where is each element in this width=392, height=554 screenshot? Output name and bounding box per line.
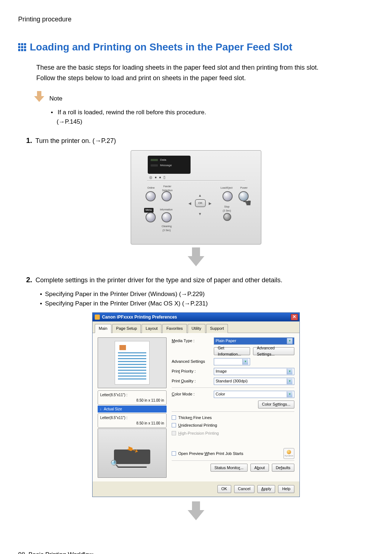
svg-marker-2 — [188, 501, 204, 520]
grid-icon — [18, 43, 26, 51]
panel-loadeject-label: Load/Eject — [218, 186, 235, 190]
actual-size-label: Actual Size — [104, 406, 122, 412]
panel-info-button — [162, 212, 172, 222]
panel-lcd-data-label: Data — [160, 158, 166, 162]
note-arrow-icon — [33, 91, 46, 106]
step-2-text: Complete settings in the printer driver … — [36, 276, 282, 284]
footer-section-name: Basic Printing Workflow — [28, 551, 93, 554]
tab-layout[interactable]: Layout — [142, 324, 162, 333]
step-2-bullet-1: •Specifying Paper in the Printer Driver … — [40, 290, 374, 299]
advanced-settings-label: Advanced Settings — [172, 358, 212, 365]
step-1-text: Turn the printer on. (→P.27) — [35, 137, 116, 144]
chevron-down-icon — [287, 378, 293, 384]
unidirectional-printing-checkbox[interactable] — [172, 423, 176, 427]
svg-marker-0 — [34, 91, 44, 102]
chevron-down-icon — [287, 369, 293, 374]
open-preview-checkbox[interactable] — [172, 451, 176, 456]
thicken-fine-lines-label: Thicken Fine Lines — [178, 415, 212, 421]
chevron-down-icon — [242, 359, 248, 365]
panel-indicators: ◎●●▯ — [149, 175, 166, 180]
panel-online-button — [146, 191, 156, 201]
cancel-button[interactable]: Cancel — [234, 485, 254, 493]
media-type-combo[interactable]: Plain Paper — [214, 337, 294, 345]
panel-feeder-button — [162, 191, 172, 201]
color-mode-value: Color — [216, 391, 225, 397]
tab-utility[interactable]: Utility — [188, 324, 205, 333]
panel-menu-button — [146, 212, 156, 222]
about-button[interactable]: About — [250, 464, 269, 472]
down-arrow-icon — [187, 247, 205, 267]
down-arrow-icon — [187, 501, 205, 521]
high-precision-printing-checkbox — [172, 431, 176, 435]
panel-stop-button — [223, 213, 231, 221]
color-mode-label: Color Mode : — [172, 391, 212, 397]
color-mode-combo[interactable]: Color — [214, 391, 294, 398]
dialog-title: Canon iPFxxxx Printing Preferences — [102, 314, 177, 320]
advanced-settings-button[interactable]: Advanced Settings... — [253, 347, 294, 355]
status-monitor-button[interactable]: Status Monitor... — [211, 464, 248, 472]
page-footer: 98 Basic Printing Workflow — [18, 550, 374, 554]
help-button[interactable]: Help — [278, 485, 294, 493]
note-block: Note • If a roll is loaded, rewind the r… — [33, 91, 374, 126]
svg-marker-1 — [188, 247, 204, 266]
dialog-left-column: Letter(8.5"x11") : 8.50 in x 11.00 in ↓ … — [98, 337, 167, 478]
letter-dim-2: 8.50 in x 11.00 in — [100, 420, 164, 426]
media-type-label: Media Type : — [172, 338, 212, 344]
print-priority-value: Image — [216, 368, 227, 374]
panel-lcd: Data Message — [148, 156, 191, 174]
open-preview-label: Open Preview When Print Job Starts — [178, 451, 243, 457]
advanced-settings-combo[interactable] — [214, 358, 250, 365]
section-heading: Loading and Printing on Sheets in the Pa… — [18, 40, 374, 55]
letter-label-2: Letter(8.5"x11") : — [100, 415, 164, 420]
dialog-tabs: Main Page Setup Layout Favorites Utility… — [93, 321, 299, 333]
step-2-number: 2. — [26, 276, 32, 284]
note-label: Note — [49, 94, 62, 103]
printing-preferences-dialog: Canon iPFxxxx Printing Preferences ✕ Mai… — [92, 312, 300, 497]
actual-size-bar[interactable]: ↓ Actual Size — [98, 406, 167, 413]
printer-preview: ➸ 🔍 — [98, 428, 167, 478]
step-1: 1. Turn the printer on. (→P.27) — [26, 135, 374, 146]
paper-size-status-2: Letter(8.5"x11") : 8.50 in x 11.00 in — [98, 413, 167, 428]
print-quality-combo[interactable]: Standard (300dpi) — [214, 378, 294, 385]
dialog-footer: OK Cancel Apply Help — [93, 481, 299, 497]
tab-support[interactable]: Support — [206, 324, 228, 333]
intro-line-1: These are the basic steps for loading sh… — [36, 63, 374, 73]
apply-button[interactable]: Apply — [257, 485, 275, 493]
step-2: 2. Complete settings in the printer driv… — [26, 274, 374, 285]
defaults-button[interactable]: Defaults — [272, 464, 294, 472]
step-2-bullet-2: •Specifying Paper in the Printer Driver … — [40, 299, 374, 308]
chevron-down-icon — [287, 391, 293, 397]
ok-button[interactable]: OK — [217, 485, 231, 493]
intro-line-2: Follow the steps below to load and print… — [36, 73, 374, 83]
panel-loadeject-button — [222, 191, 233, 201]
note-reference: (→P.145) — [57, 117, 374, 127]
panel-stop-label: Stop (3 Sec) — [220, 205, 234, 213]
tab-main[interactable]: Main — [95, 324, 111, 333]
get-information-button[interactable]: Get Information... — [214, 347, 250, 355]
panel-power-label: Power — [238, 186, 250, 190]
letter-dim-1: 8.50 in x 11.00 in — [100, 398, 164, 403]
note-bullet-text: If a roll is loaded, rewind the roll bef… — [58, 109, 206, 116]
tab-favorites[interactable]: Favorites — [162, 324, 187, 333]
panel-info-label: Information — [157, 208, 175, 212]
printer-control-panel-figure: Data Message ◎●●▯ Online Feeder Selectio… — [131, 150, 261, 245]
step-1-number: 1. — [26, 136, 32, 144]
print-priority-label: Print Priority : — [172, 368, 212, 374]
heading-text: Loading and Printing on Sheets in the Pa… — [30, 40, 292, 55]
print-priority-combo[interactable]: Image — [214, 368, 294, 375]
breadcrumb: Printing procedure — [18, 15, 374, 24]
print-quality-value: Standard (300dpi) — [216, 378, 248, 384]
bullet-icon: • — [51, 109, 53, 116]
close-button[interactable]: ✕ — [291, 314, 298, 320]
page-preview — [98, 337, 167, 388]
panel-lcd-message-label: Message — [160, 163, 172, 168]
panel-menu-label: Menu — [144, 208, 154, 213]
dialog-titlebar: Canon iPFxxxx Printing Preferences ✕ — [93, 313, 299, 321]
paper-size-status-1: Letter(8.5"x11") : 8.50 in x 11.00 in — [98, 390, 167, 405]
high-precision-printing-label: High-Precision Printing — [178, 430, 219, 436]
print-quality-label: Print Quality : — [172, 378, 212, 384]
tab-page-setup[interactable]: Page Setup — [112, 324, 141, 333]
magnifier-icon: 🔍 — [110, 458, 119, 469]
color-settings-button[interactable]: Color Settings... — [258, 401, 294, 409]
thicken-fine-lines-checkbox[interactable] — [172, 415, 176, 420]
